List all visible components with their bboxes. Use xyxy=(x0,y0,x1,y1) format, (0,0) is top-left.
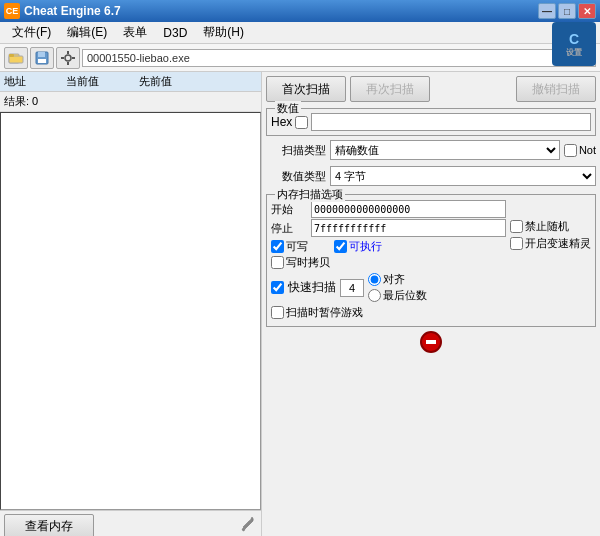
address-list[interactable] xyxy=(0,112,261,510)
stop-inner xyxy=(426,340,436,344)
svg-text:CE: CE xyxy=(6,6,19,16)
hex-checkbox[interactable] xyxy=(295,116,308,129)
start-label: 开始 xyxy=(271,202,307,217)
executable-check: 可执行 xyxy=(334,239,382,254)
menu-file[interactable]: 文件(F) xyxy=(4,22,59,43)
right-checkboxes: 禁止随机 开启变速精灵 xyxy=(510,219,591,251)
value-input[interactable] xyxy=(311,113,591,131)
menu-help[interactable]: 帮助(H) xyxy=(195,22,252,43)
align-label: 对齐 xyxy=(383,272,405,287)
executable-label: 可执行 xyxy=(349,239,382,254)
svg-rect-12 xyxy=(72,57,75,59)
open-button[interactable] xyxy=(4,47,28,69)
memory-left-side: 开始 停止 可写 xyxy=(271,199,506,270)
pause-game-checkbox[interactable] xyxy=(271,306,284,319)
pause-game-row: 扫描时暂停游戏 xyxy=(271,305,591,320)
first-scan-button[interactable]: 首次扫描 xyxy=(266,76,346,102)
writable-label: 可写 xyxy=(286,239,308,254)
align-radio-input[interactable] xyxy=(368,273,381,286)
copyable-checkbox[interactable] xyxy=(271,256,284,269)
no-random-label: 禁止随机 xyxy=(525,219,569,234)
speedup-checkbox[interactable] xyxy=(510,237,523,250)
process-title: 00001550-liebao.exe xyxy=(87,52,190,64)
settings-button[interactable] xyxy=(56,47,80,69)
svg-rect-11 xyxy=(61,57,64,59)
process-bar: 00001550-liebao.exe xyxy=(82,49,596,67)
scan-buttons-row: 首次扫描 再次扫描 撤销扫描 xyxy=(266,76,596,102)
results-info: 结果: 0 xyxy=(0,92,261,112)
stop-label: 停止 xyxy=(271,221,307,236)
title-bar: CE Cheat Engine 6.7 — □ ✕ xyxy=(0,0,600,22)
no-random-checkbox[interactable] xyxy=(510,220,523,233)
value-group-label: 数值 xyxy=(275,101,301,116)
menu-d3d[interactable]: D3D xyxy=(155,24,195,42)
scan-memory-button[interactable]: 查看内存 xyxy=(4,514,94,537)
align-radio: 对齐 xyxy=(368,272,427,287)
last-digit-label: 最后位数 xyxy=(383,288,427,303)
memory-right-checks: 开始 停止 可写 xyxy=(271,199,591,270)
value-type-select[interactable]: 1 字节 2 字节 4 字节 8 字节 浮点数 xyxy=(330,166,596,186)
value-type-label: 数值类型 xyxy=(266,169,326,184)
no-random-check: 禁止随机 xyxy=(510,219,591,234)
svg-rect-6 xyxy=(38,52,45,57)
app-title: Cheat Engine 6.7 xyxy=(24,4,538,18)
window-controls: — □ ✕ xyxy=(538,3,596,19)
settings-icon-area[interactable] xyxy=(237,515,257,536)
start-row: 开始 xyxy=(271,200,506,218)
svg-rect-9 xyxy=(67,51,69,54)
memory-options-label: 内存扫描选项 xyxy=(275,187,345,202)
start-input[interactable] xyxy=(311,200,506,218)
right-panel: 首次扫描 再次扫描 撤销扫描 数值 Hex 扫描类型 精确数值 模糊扫描 增加了… xyxy=(262,72,600,536)
hex-label: Hex xyxy=(271,115,292,129)
writable-check: 可写 xyxy=(271,239,308,254)
speedup-label: 开启变速精灵 xyxy=(525,236,591,251)
memory-options-group: 内存扫描选项 开始 停止 可写 xyxy=(266,194,596,327)
fast-scan-checkbox[interactable] xyxy=(271,281,284,294)
scan-type-label: 扫描类型 xyxy=(266,143,326,158)
last-digit-radio: 最后位数 xyxy=(368,288,427,303)
save-button[interactable] xyxy=(30,47,54,69)
again-scan-button[interactable]: 再次扫描 xyxy=(350,76,430,102)
left-bottom-bar: 查看内存 xyxy=(0,510,261,536)
value-type-row: 数值类型 1 字节 2 字节 4 字节 8 字节 浮点数 xyxy=(266,166,596,186)
menu-edit[interactable]: 编辑(E) xyxy=(59,22,115,43)
stop-icon-area[interactable] xyxy=(266,331,596,353)
copyable-label: 写时拷贝 xyxy=(286,255,330,270)
minimize-button[interactable]: — xyxy=(538,3,556,19)
writable-checkbox[interactable] xyxy=(271,240,284,253)
fast-scan-input[interactable] xyxy=(340,279,364,297)
svg-rect-7 xyxy=(38,59,46,63)
not-checkbox-area: Not xyxy=(564,144,596,157)
copyable-check: 写时拷贝 xyxy=(271,255,506,270)
close-button[interactable]: ✕ xyxy=(578,3,596,19)
svg-point-8 xyxy=(65,55,71,61)
stop-row: 停止 xyxy=(271,219,506,237)
not-checkbox[interactable] xyxy=(564,144,577,157)
fast-scan-label: 快速扫描 xyxy=(288,279,336,296)
scan-type-select[interactable]: 精确数值 模糊扫描 增加了的值 减少了的值 xyxy=(330,140,560,160)
mem-checkboxes: 可写 可执行 xyxy=(271,239,506,254)
fast-scan-row: 快速扫描 对齐 最后位数 xyxy=(271,272,591,303)
address-header: 地址 当前值 先前值 xyxy=(0,72,261,92)
pause-game-label: 扫描时暂停游戏 xyxy=(286,305,363,320)
results-label: 结果: 0 xyxy=(4,95,38,107)
menu-table[interactable]: 表单 xyxy=(115,22,155,43)
left-panel: 地址 当前值 先前值 结果: 0 查看内存 xyxy=(0,72,262,536)
not-label: Not xyxy=(579,144,596,156)
toolbar: 00001550-liebao.exe C 设置 xyxy=(0,44,600,72)
executable-checkbox[interactable] xyxy=(334,240,347,253)
cancel-scan-button[interactable]: 撤销扫描 xyxy=(516,76,596,102)
wrench-icon xyxy=(237,515,257,535)
col-address: 地址 xyxy=(4,74,26,89)
speedup-check: 开启变速精灵 xyxy=(510,236,591,251)
stop-scan-icon[interactable] xyxy=(420,331,442,353)
app-icon: CE xyxy=(4,3,20,19)
radio-group: 对齐 最后位数 xyxy=(368,272,427,303)
last-digit-radio-input[interactable] xyxy=(368,289,381,302)
maximize-button[interactable]: □ xyxy=(558,3,576,19)
scan-type-row: 扫描类型 精确数值 模糊扫描 增加了的值 减少了的值 Not xyxy=(266,140,596,160)
svg-rect-3 xyxy=(9,56,23,63)
svg-rect-4 xyxy=(9,54,14,57)
stop-input[interactable] xyxy=(311,219,506,237)
value-group: 数值 Hex xyxy=(266,108,596,136)
